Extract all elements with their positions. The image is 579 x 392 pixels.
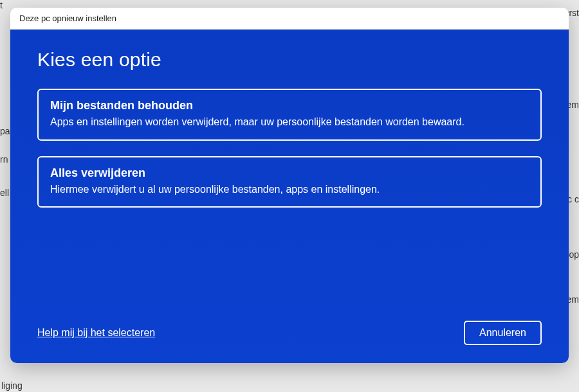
- dialog-titlebar: Deze pc opnieuw instellen: [10, 8, 569, 30]
- cancel-button[interactable]: Annuleren: [464, 321, 542, 345]
- option-description: Apps en instellingen worden verwijderd, …: [50, 115, 529, 129]
- dialog-heading: Kies een optie: [37, 49, 542, 71]
- reset-pc-dialog: Deze pc opnieuw instellen Kies een optie…: [10, 8, 569, 363]
- dialog-title: Deze pc opnieuw instellen: [19, 13, 116, 23]
- dialog-body: Kies een optie Mijn bestanden behouden A…: [10, 30, 569, 363]
- option-remove-everything[interactable]: Alles verwijderen Hiermee verwijdert u a…: [37, 156, 542, 208]
- dialog-footer: Help mij bij het selecteren Annuleren: [37, 321, 542, 348]
- option-description: Hiermee verwijdert u al uw persoonlijke …: [50, 183, 529, 197]
- bg-fragment: liging: [1, 380, 23, 391]
- bg-fragment: rn: [0, 154, 8, 165]
- help-link[interactable]: Help mij bij het selecteren: [37, 327, 155, 339]
- bg-fragment: ell: [0, 188, 9, 198]
- bg-fragment: t: [0, 0, 3, 10]
- option-title: Mijn bestanden behouden: [50, 99, 529, 112]
- bg-fragment: pa: [0, 126, 10, 136]
- option-keep-files[interactable]: Mijn bestanden behouden Apps en instelli…: [37, 89, 542, 141]
- option-title: Alles verwijderen: [50, 166, 529, 180]
